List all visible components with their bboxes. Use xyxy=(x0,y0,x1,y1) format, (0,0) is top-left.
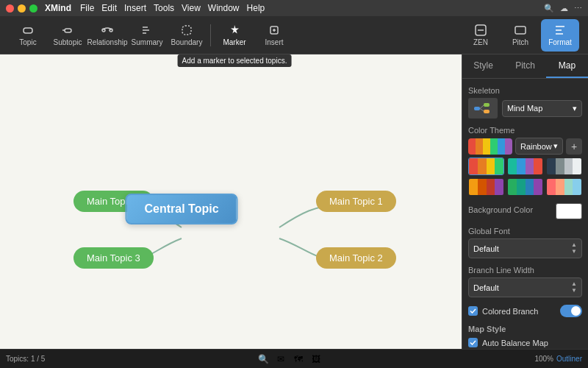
svg-line-9 xyxy=(480,105,484,109)
svg-rect-7 xyxy=(515,26,526,34)
menu-insert[interactable]: Insert xyxy=(124,3,146,13)
branch-line-section: Branch Line Width Default ▲ ▼ xyxy=(468,266,582,297)
global-font-select[interactable]: Default ▲ ▼ xyxy=(468,238,582,258)
toolbar-tools: Topic Subtopic Relationship Summary Boun… xyxy=(9,19,293,52)
branch-line-stepper[interactable]: ▲ ▼ xyxy=(571,281,577,294)
colored-branch-label: Colored Branch xyxy=(482,307,556,316)
menu-items: File Edit Insert Tools View Window Help xyxy=(80,3,265,13)
tab-map[interactable]: Map xyxy=(546,54,588,78)
toolbar: Topic Subtopic Relationship Summary Boun… xyxy=(0,16,588,54)
canvas[interactable]: Main Topic 1 Main Topic 2 Main Topic 3 M… xyxy=(0,54,462,349)
topic-node-3[interactable]: Main Topic 3 xyxy=(74,247,154,269)
zen-mode[interactable]: ZEN xyxy=(462,19,500,52)
dock-icon-photos[interactable]: 🖼 xyxy=(309,352,323,367)
svg-rect-1 xyxy=(65,29,71,32)
skeleton-select[interactable]: Mind Map ▾ xyxy=(502,100,582,117)
global-font-down[interactable]: ▼ xyxy=(571,249,577,255)
dock-right: 100% Outliner xyxy=(534,355,582,363)
skeleton-section: Skeleton Mind Map ▾ xyxy=(468,86,582,118)
color-theme-select[interactable]: Rainbow ▾ xyxy=(515,138,563,155)
global-font-section: Global Font Default ▲ ▼ xyxy=(468,227,582,258)
skeleton-row: Mind Map ▾ xyxy=(468,98,582,118)
minimize-button[interactable] xyxy=(18,4,26,13)
dock-icon-finder[interactable]: 🔍 xyxy=(256,352,270,367)
auto-balance-checkbox[interactable] xyxy=(468,338,478,347)
skeleton-label: Skeleton xyxy=(468,86,582,95)
tab-pitch[interactable]: Pitch xyxy=(504,54,546,78)
pitch-mode[interactable]: Pitch xyxy=(501,19,539,52)
active-theme-pill xyxy=(468,138,512,155)
insert-tool[interactable]: Insert xyxy=(255,19,293,52)
dock-center: 🔍 ✉ 🗺 🖼 xyxy=(256,352,323,367)
dock-icon-mail[interactable]: ✉ xyxy=(273,352,288,367)
theme-grid-item-2[interactable] xyxy=(507,158,543,175)
menubar-right: 🔍☁⋯ xyxy=(544,4,582,13)
global-font-stepper[interactable]: ▲ ▼ xyxy=(571,242,577,255)
menubar-left: XMind xyxy=(6,3,71,13)
colored-branch-row: Colored Branch xyxy=(468,305,582,317)
svg-line-10 xyxy=(480,109,484,112)
background-color-row: Background Color xyxy=(468,203,582,219)
central-node[interactable]: Central Topic xyxy=(125,194,237,224)
color-theme-row: Rainbow ▾ + xyxy=(468,138,582,155)
menu-edit[interactable]: Edit xyxy=(101,3,117,13)
tab-style[interactable]: Style xyxy=(462,54,504,78)
theme-grid-item-6[interactable] xyxy=(546,178,582,196)
topics-status: Topics: 1 / 5 xyxy=(6,355,45,363)
format-mode[interactable]: Format xyxy=(541,19,579,52)
svg-rect-11 xyxy=(484,103,490,107)
summary-tool[interactable]: Summary xyxy=(128,19,166,52)
svg-rect-0 xyxy=(24,28,32,33)
topic-tool[interactable]: Topic xyxy=(9,19,47,52)
outliner-label[interactable]: Outliner xyxy=(556,355,582,363)
auto-balance-label: Auto Balance Map xyxy=(482,339,582,347)
toolbar-separator xyxy=(210,24,211,46)
branch-line-select[interactable]: Default ▲ ▼ xyxy=(468,277,582,297)
toggle-knob xyxy=(571,306,581,316)
menu-help[interactable]: Help xyxy=(247,3,265,13)
branch-line-label: Branch Line Width xyxy=(468,266,582,275)
global-font-label: Global Font xyxy=(468,227,582,236)
color-theme-label: Color Theme xyxy=(468,126,582,135)
topic-node-2[interactable]: Main Topic 2 xyxy=(316,247,396,269)
right-panel: Style Pitch Map Skeleton Mind Map ▾ xyxy=(462,54,588,349)
panel-content: Skeleton Mind Map ▾ Color Theme xyxy=(462,79,588,349)
relationship-tool[interactable]: Relationship xyxy=(88,19,126,52)
dock-icon-maps[interactable]: 🗺 xyxy=(291,352,306,367)
maximize-button[interactable] xyxy=(29,4,37,13)
topic-node-1[interactable]: Main Topic 1 xyxy=(316,191,396,212)
background-color-section: Background Color xyxy=(468,203,582,219)
global-font-up[interactable]: ▲ xyxy=(571,242,577,248)
theme-grid-item-3[interactable] xyxy=(546,158,582,175)
colored-branch-toggle[interactable] xyxy=(560,305,582,317)
color-theme-section: Color Theme Rainbow ▾ + xyxy=(468,126,582,196)
map-style-options: Auto Balance Map Compact Map xyxy=(468,338,582,349)
branch-line-up[interactable]: ▲ xyxy=(571,281,577,287)
theme-grid-item-1[interactable] xyxy=(468,158,504,175)
zoom-level: 100% xyxy=(534,355,553,363)
branch-line-down[interactable]: ▼ xyxy=(571,288,577,294)
close-button[interactable] xyxy=(6,4,14,13)
boundary-tool[interactable]: Boundary xyxy=(168,19,206,52)
menubar: XMind File Edit Insert Tools View Window… xyxy=(0,0,588,16)
skeleton-thumbnail xyxy=(468,98,498,118)
menu-view[interactable]: View xyxy=(182,3,201,13)
traffic-lights xyxy=(6,4,37,13)
theme-grid xyxy=(468,158,582,196)
menu-tools[interactable]: Tools xyxy=(154,3,174,13)
menu-file[interactable]: File xyxy=(80,3,94,13)
background-color-label: Background Color xyxy=(468,205,533,214)
background-color-swatch[interactable] xyxy=(556,203,582,219)
main-area: Main Topic 1 Main Topic 2 Main Topic 3 M… xyxy=(0,54,588,349)
map-style-section: Map Style Auto Balance Map Compact Map xyxy=(468,325,582,349)
theme-grid-item-5[interactable] xyxy=(507,178,543,196)
theme-grid-item-4[interactable] xyxy=(468,178,504,196)
colored-branch-checkbox[interactable] xyxy=(468,306,478,316)
subtopic-tool[interactable]: Subtopic xyxy=(49,19,87,52)
panel-tabs: Style Pitch Map xyxy=(462,54,588,79)
menu-window[interactable]: Window xyxy=(208,3,240,13)
app-name: XMind xyxy=(45,3,71,13)
marker-tool[interactable]: Marker Add a marker to selected topics. xyxy=(215,19,254,52)
svg-rect-4 xyxy=(182,26,191,35)
add-theme-button[interactable]: + xyxy=(566,138,582,155)
